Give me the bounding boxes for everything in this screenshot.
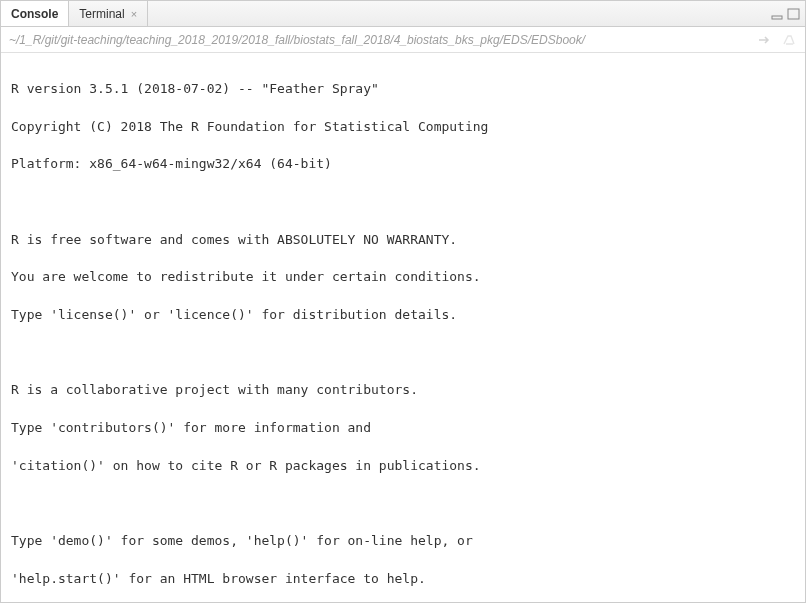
- maximize-icon[interactable]: [787, 8, 801, 20]
- banner-line: R is a collaborative project with many c…: [11, 381, 795, 400]
- banner-line: Type 'license()' or 'licence()' for dist…: [11, 306, 795, 325]
- banner-line: Platform: x86_64-w64-mingw32/x64 (64-bit…: [11, 155, 795, 174]
- close-icon[interactable]: ×: [131, 8, 137, 20]
- tab-terminal[interactable]: Terminal ×: [69, 1, 148, 26]
- window-controls: [771, 8, 801, 20]
- banner-line: R version 3.5.1 (2018-07-02) -- "Feather…: [11, 80, 795, 99]
- path-bar: ~/1_R/git/git-teaching/teaching_2018_201…: [1, 27, 805, 53]
- banner-line: You are welcome to redistribute it under…: [11, 268, 795, 287]
- path-toolbar: [757, 32, 797, 48]
- console-output[interactable]: R version 3.5.1 (2018-07-02) -- "Feather…: [1, 53, 805, 603]
- working-directory[interactable]: ~/1_R/git/git-teaching/teaching_2018_201…: [9, 33, 757, 47]
- svg-rect-1: [788, 9, 799, 19]
- tab-bar: Console Terminal ×: [1, 1, 805, 27]
- clear-icon[interactable]: [781, 32, 797, 48]
- banner-line: Copyright (C) 2018 The R Foundation for …: [11, 118, 795, 137]
- svg-rect-0: [772, 16, 782, 19]
- banner-line: R is free software and comes with ABSOLU…: [11, 231, 795, 250]
- banner-line: Type 'demo()' for some demos, 'help()' f…: [11, 532, 795, 551]
- tab-terminal-label: Terminal: [79, 7, 124, 21]
- minimize-icon[interactable]: [771, 8, 785, 20]
- banner-line: 'citation()' on how to cite R or R packa…: [11, 457, 795, 476]
- arrow-icon[interactable]: [757, 32, 773, 48]
- banner-line: Type 'contributors()' for more informati…: [11, 419, 795, 438]
- tab-console-label: Console: [11, 7, 58, 21]
- tab-console[interactable]: Console: [1, 1, 69, 26]
- banner-line: 'help.start()' for an HTML browser inter…: [11, 570, 795, 589]
